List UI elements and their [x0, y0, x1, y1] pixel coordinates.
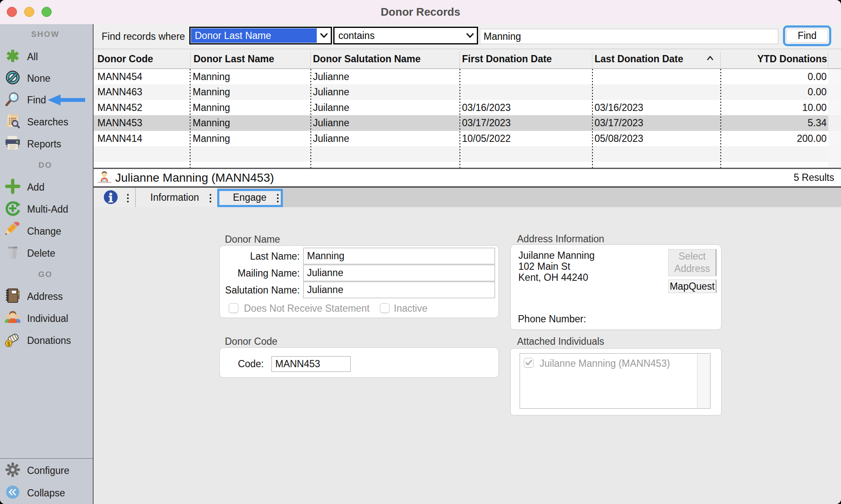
svg-text:$: $: [7, 341, 10, 347]
